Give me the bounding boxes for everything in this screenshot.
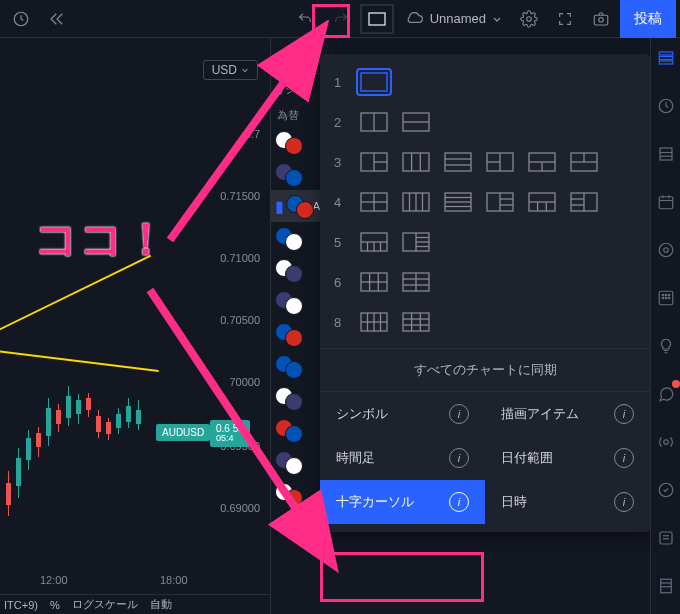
layout-option-4b[interactable] — [400, 190, 432, 214]
layout-option-6a[interactable] — [358, 270, 390, 294]
layout-option-3e[interactable] — [526, 150, 558, 174]
svg-point-2 — [527, 16, 532, 21]
ideas-tab-icon[interactable] — [654, 334, 678, 358]
layout-row-6: 6 — [320, 262, 650, 302]
layout-option-8b[interactable] — [400, 310, 432, 334]
alerts-tab-icon[interactable] — [654, 94, 678, 118]
snapshot-icon[interactable] — [584, 4, 618, 34]
fullscreen-icon[interactable] — [548, 4, 582, 34]
dom-tab-icon[interactable] — [654, 574, 678, 598]
layout-option-3b[interactable] — [400, 150, 432, 174]
sync-option-date-range[interactable]: 日付範囲 i — [485, 436, 650, 480]
layout-row-1: 1 — [320, 62, 650, 102]
layout-option-4f[interactable] — [568, 190, 600, 214]
orders-tab-icon[interactable] — [654, 526, 678, 550]
layout-option-1x1[interactable] — [358, 70, 390, 94]
info-icon[interactable]: i — [449, 404, 469, 424]
sync-option-time[interactable]: 日時 i — [485, 480, 650, 524]
sync-option-crosshair[interactable]: 十字カーソル i — [320, 480, 485, 524]
watchlist-item[interactable] — [271, 446, 320, 478]
svg-point-97 — [665, 297, 667, 299]
layout-row-3: 3 — [320, 142, 650, 182]
publish-button[interactable]: 投稿 — [620, 0, 676, 38]
layout-option-6b[interactable] — [400, 270, 432, 294]
layout-option-4c[interactable] — [442, 190, 474, 214]
calendar-tab-icon[interactable] — [654, 190, 678, 214]
svg-point-96 — [662, 297, 664, 299]
watchlist-item[interactable] — [271, 350, 320, 382]
watchlist-item[interactable] — [271, 286, 320, 318]
info-icon[interactable]: i — [449, 492, 469, 512]
info-icon[interactable]: i — [614, 404, 634, 424]
news-tab-icon[interactable] — [654, 238, 678, 262]
layout-option-5b[interactable] — [400, 230, 432, 254]
hotlist-tab-icon[interactable] — [654, 142, 678, 166]
svg-rect-86 — [659, 197, 673, 209]
annotation-box-crosshair — [320, 552, 484, 602]
settings-icon[interactable] — [512, 4, 546, 34]
layout-option-4a[interactable] — [358, 190, 390, 214]
notes-tab-icon[interactable] — [654, 478, 678, 502]
svg-rect-16 — [445, 153, 471, 171]
svg-point-93 — [662, 294, 664, 296]
timezone-label[interactable]: ITC+9) — [4, 599, 38, 611]
watchlist-item[interactable] — [271, 382, 320, 414]
info-icon[interactable]: i — [614, 492, 634, 512]
svg-rect-101 — [660, 532, 672, 544]
trendline[interactable] — [0, 255, 151, 340]
layout-option-3a[interactable] — [358, 150, 390, 174]
auto-toggle[interactable]: 自動 — [150, 597, 172, 612]
percent-toggle[interactable]: % — [50, 599, 60, 611]
right-sidebar — [650, 38, 680, 614]
svg-point-95 — [668, 294, 670, 296]
chart-footer: ITC+9) % ログスケール 自動 — [0, 594, 270, 614]
svg-point-98 — [668, 297, 670, 299]
chat-tab-icon[interactable] — [654, 382, 678, 406]
layout-option-5a[interactable] — [358, 230, 390, 254]
undo-icon[interactable] — [288, 4, 322, 34]
svg-rect-81 — [659, 61, 673, 64]
topbar: Unnamed 投稿 — [0, 0, 680, 38]
svg-rect-5 — [361, 73, 387, 91]
watchlist-item[interactable] — [271, 478, 320, 510]
layout-option-2h[interactable] — [400, 110, 432, 134]
layout-row-4: 4 — [320, 182, 650, 222]
watchlist-item[interactable] — [271, 318, 320, 350]
layout-option-4d[interactable] — [484, 190, 516, 214]
layout-selector-button[interactable] — [360, 4, 394, 34]
sync-option-symbol[interactable]: シンボル i — [320, 392, 485, 436]
currency-selector[interactable]: USD — [203, 60, 258, 80]
chart-pane[interactable]: USD 0.7 0.71500 0.71000 0.70500 70000 0.… — [0, 38, 270, 614]
watchlist-item[interactable] — [271, 510, 320, 542]
info-icon[interactable]: i — [449, 448, 469, 468]
symbol-badge[interactable]: AUDUSD — [156, 424, 210, 441]
watchlist-item[interactable] — [271, 222, 320, 254]
streams-tab-icon[interactable] — [654, 430, 678, 454]
layout-option-2v[interactable] — [358, 110, 390, 134]
rewind-icon[interactable] — [40, 4, 74, 34]
svg-rect-3 — [594, 15, 608, 25]
sync-option-interval[interactable]: 時間足 i — [320, 436, 485, 480]
trendline[interactable] — [0, 348, 159, 372]
sync-option-drawings[interactable]: 描画アイテム i — [485, 392, 650, 436]
watchlist-item[interactable] — [271, 414, 320, 446]
layout-option-4e[interactable] — [526, 190, 558, 214]
watchlist-tab-icon[interactable] — [654, 46, 678, 70]
redo-icon[interactable] — [324, 4, 358, 34]
layout-option-8a[interactable] — [358, 310, 390, 334]
layout-name-dropdown[interactable]: Unnamed — [396, 11, 510, 26]
watchlist-item[interactable] — [271, 126, 320, 158]
alert-icon[interactable] — [4, 4, 38, 34]
watchlist-item[interactable] — [271, 254, 320, 286]
svg-point-99 — [663, 440, 668, 445]
data-tab-icon[interactable] — [654, 286, 678, 310]
info-icon[interactable]: i — [614, 448, 634, 468]
layout-row-8: 8 — [320, 302, 650, 342]
logscale-toggle[interactable]: ログスケール — [72, 597, 138, 612]
layout-option-3d[interactable] — [484, 150, 516, 174]
svg-rect-13 — [403, 153, 429, 171]
watchlist-item[interactable] — [271, 158, 320, 190]
layout-option-3f[interactable] — [568, 150, 600, 174]
layout-option-3c[interactable] — [442, 150, 474, 174]
watchlist-item[interactable]: ▮A — [271, 190, 320, 222]
